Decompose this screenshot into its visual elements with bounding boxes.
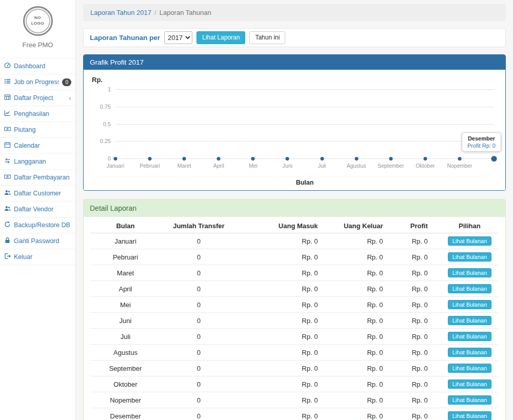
lihat-bulanan-button[interactable]: Lihat Bulanan [448,252,491,262]
lihat-bulanan-button[interactable]: Lihat Bulanan [448,284,491,293]
chart-point[interactable] [354,157,358,161]
cell-bulan: Pebruari [91,249,160,265]
app-logo: NO LOGO [23,6,53,36]
table-row: Januari 0 Rp. 0 Rp. 0 Rp. 0 Lihat Bulana… [91,233,498,249]
sidebar-item-keluar[interactable]: Keluar [0,249,75,265]
chart-point[interactable] [183,157,186,161]
lihat-bulanan-button[interactable]: Lihat Bulanan [448,395,491,405]
sidebar-item-ganti-password[interactable]: Ganti Password [0,233,75,249]
cell-uang-keluar: Rp. 0 [331,361,396,376]
app-logo-text: NO LOGO [30,15,46,27]
sidebar: NO LOGO Free PMO Dashboard Job on Progre… [0,0,76,420]
cell-uang-keluar: Rp. 0 [331,233,396,249]
x-tick-label: Oktober [416,163,435,169]
chart-point[interactable] [320,157,324,161]
cell-profit: Rp. 0 [396,376,441,392]
cell-uang-keluar: Rp. 0 [331,265,396,281]
refresh-icon [4,221,11,229]
cell-uang-masuk: Rp. 0 [238,345,331,361]
cell-profit: Rp. 0 [396,329,441,345]
cell-uang-keluar: Rp. 0 [331,376,396,392]
lihat-bulanan-button[interactable]: Lihat Bulanan [448,411,491,420]
sidebar-item-dashboard[interactable]: Dashboard [0,58,75,74]
sidebar-item-piutang[interactable]: Piutang [0,122,75,138]
sidebar-item-label: Calendar [14,142,71,149]
y-tick-label: 1 [108,86,111,92]
sidebar-item-daftar-vendor[interactable]: Daftar Vendor [0,202,75,217]
table-icon [4,94,11,102]
chart-point[interactable] [251,157,255,161]
lihat-bulanan-button[interactable]: Lihat Bulanan [448,300,491,309]
detail-laporan-panel: Detail Laporan Bulan Jumlah Transfer Uan… [83,199,506,420]
gridline [115,158,494,159]
sidebar-item-label: Daftar Vendor [14,206,71,213]
x-tick-label: Januari [107,163,124,169]
x-tick-label: Maret [177,163,191,169]
sidebar-item-calendar[interactable]: Calendar [0,138,75,154]
lihat-laporan-button[interactable]: Lihat Laporan [196,31,245,45]
cell-bulan: September [91,361,160,376]
sidebar-item-label: Daftar Pembayaran [14,174,71,181]
cell-bulan: Juni [91,313,160,329]
y-tick-label: 0.75 [100,104,111,110]
table-row: Oktober 0 Rp. 0 Rp. 0 Rp. 0 Lihat Bulana… [91,376,498,392]
chart-plot-area: 1 0.75 0.5 0.25 0 [115,89,494,158]
sidebar-item-job-on-progress[interactable]: Job on Progress 0 [0,74,75,90]
sidebar-item-langganan[interactable]: Langganan [0,154,75,170]
sidebar-item-backup-restore-db[interactable]: Backup/Restore DB [0,217,75,233]
cell-uang-masuk: Rp. 0 [238,281,331,297]
sign-out-icon [4,253,11,261]
lihat-bulanan-button[interactable]: Lihat Bulanan [448,316,491,325]
chart-point[interactable] [286,157,289,161]
calendar-icon [4,142,11,150]
users-icon [4,205,11,213]
lihat-bulanan-button[interactable]: Lihat Bulanan [448,236,491,246]
cell-bulan: Mei [91,297,160,313]
year-select[interactable]: 2017 [164,31,192,44]
lihat-bulanan-button[interactable]: Lihat Bulanan [448,379,491,389]
table-row: Juli 0 Rp. 0 Rp. 0 Rp. 0 Lihat Bulanan [91,329,498,345]
cell-uang-masuk: Rp. 0 [238,249,331,265]
chart-point[interactable] [148,157,152,161]
chart-point[interactable] [217,157,221,161]
chart-point[interactable] [114,157,117,161]
chart-point-desember[interactable] [491,156,497,162]
cell-jumlah-transfer: 0 [160,329,238,345]
sidebar-item-label: Daftar Project [14,94,66,102]
y-axis-title: Rp. [92,76,103,84]
lihat-bulanan-button[interactable]: Lihat Bulanan [448,268,491,277]
cell-uang-masuk: Rp. 0 [238,392,331,408]
sidebar-item-daftar-pembayaran[interactable]: Daftar Pembayaran [0,170,75,186]
x-tick-label: Juli [318,163,326,169]
sidebar-item-daftar-project[interactable]: Daftar Project ‹ [0,90,75,106]
table-row: Mei 0 Rp. 0 Rp. 0 Rp. 0 Lihat Bulanan [91,297,498,313]
lihat-bulanan-button[interactable]: Lihat Bulanan [448,348,491,357]
users-icon [4,189,11,197]
sidebar-item-daftar-customer[interactable]: Daftar Customer [0,186,75,202]
tahun-ini-button[interactable]: Tahun ini [249,31,285,45]
cell-jumlah-transfer: 0 [160,361,238,376]
money-icon [4,173,11,182]
column-header-uang-masuk: Uang Masuk [238,219,331,233]
cell-jumlah-transfer: 0 [160,345,238,361]
chart-point[interactable] [458,157,461,161]
chart-point[interactable] [389,157,392,161]
gridline [115,124,494,125]
x-tick-label: April [213,163,224,169]
column-header-uang-keluar: Uang Keluar [331,219,396,233]
chart-point[interactable] [423,157,427,161]
cell-uang-keluar: Rp. 0 [331,249,396,265]
lihat-bulanan-button[interactable]: Lihat Bulanan [448,332,491,341]
cell-uang-masuk: Rp. 0 [238,297,331,313]
cell-uang-keluar: Rp. 0 [331,392,396,408]
sidebar-item-label: Piutang [14,126,71,133]
cell-profit: Rp. 0 [396,345,441,361]
y-tick-label: 0.5 [103,121,111,127]
sidebar-item-penghasilan[interactable]: Penghasilan [0,106,75,122]
sidebar-item-label: Backup/Restore DB [14,222,71,229]
cell-jumlah-transfer: 0 [160,297,238,313]
lihat-bulanan-button[interactable]: Lihat Bulanan [448,364,491,373]
cell-jumlah-transfer: 0 [160,265,238,281]
breadcrumb-link[interactable]: Laporan Tahun 2017 [90,9,151,16]
cell-jumlah-transfer: 0 [160,313,238,329]
